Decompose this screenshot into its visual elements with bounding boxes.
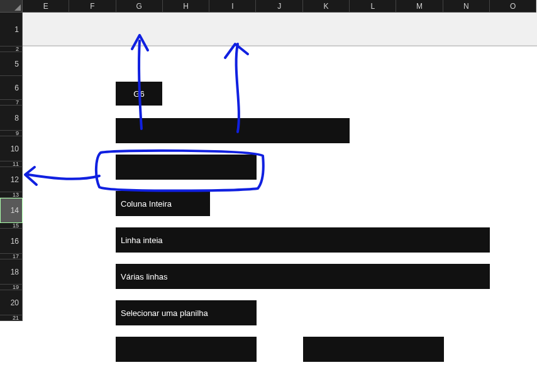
cell-row18[interactable]: Selecionar uma planilha: [116, 300, 257, 325]
row-header-12[interactable]: 12: [0, 167, 23, 192]
row-header-14[interactable]: 14: [0, 198, 23, 223]
cell-grid[interactable]: G6 Coluna Inteira Linha inteia Várias li…: [23, 13, 537, 392]
row-header-13[interactable]: 13: [0, 192, 23, 198]
col-header-m[interactable]: M: [396, 0, 443, 13]
select-all-corner[interactable]: [0, 0, 23, 13]
col-header-l[interactable]: L: [350, 0, 396, 13]
row-header-5[interactable]: 5: [0, 52, 23, 76]
row-header-6[interactable]: 6: [0, 76, 23, 100]
row-header-18[interactable]: 18: [0, 259, 23, 285]
row-header-16[interactable]: 16: [0, 229, 23, 254]
cell-row20a[interactable]: [116, 337, 257, 362]
col-header-f[interactable]: F: [69, 0, 116, 13]
row-header-9[interactable]: 9: [0, 131, 23, 136]
col-header-i[interactable]: I: [209, 0, 256, 13]
col-header-o[interactable]: O: [490, 0, 536, 13]
cell-row10[interactable]: [116, 155, 257, 180]
col-header-n[interactable]: N: [443, 0, 490, 13]
row-header-7[interactable]: 7: [0, 100, 23, 106]
row-headers: 1256789101112131415161718192021: [0, 13, 23, 321]
cell-row12[interactable]: Coluna Inteira: [116, 191, 210, 216]
row-header-17[interactable]: 17: [0, 254, 23, 259]
col-header-h[interactable]: H: [163, 0, 209, 13]
row-header-15[interactable]: 15: [0, 223, 23, 229]
row-header-10[interactable]: 10: [0, 136, 23, 161]
row-header-20[interactable]: 20: [0, 290, 23, 315]
spreadsheet: EFGHIJKLMNO 1256789101112131415161718192…: [0, 0, 537, 392]
row-header-1[interactable]: 1: [0, 13, 23, 46]
col-header-g[interactable]: G: [116, 0, 163, 13]
cell-g6[interactable]: G6: [116, 82, 162, 106]
row1-background: [23, 13, 537, 46]
column-headers: EFGHIJKLMNO: [0, 0, 536, 13]
col-header-k[interactable]: K: [303, 0, 350, 13]
row-header-11[interactable]: 11: [0, 161, 23, 167]
col-header-e[interactable]: E: [23, 0, 69, 13]
cell-row16[interactable]: Várias linhas: [116, 264, 490, 289]
row-header-8[interactable]: 8: [0, 106, 23, 131]
col-header-j[interactable]: J: [256, 0, 302, 13]
cell-row20b[interactable]: [303, 337, 444, 362]
cell-row8[interactable]: [116, 118, 350, 143]
cell-row14[interactable]: Linha inteia: [116, 227, 490, 253]
row-header-2[interactable]: 2: [0, 46, 23, 52]
row-header-21[interactable]: 21: [0, 315, 23, 321]
row-header-19[interactable]: 19: [0, 285, 23, 290]
